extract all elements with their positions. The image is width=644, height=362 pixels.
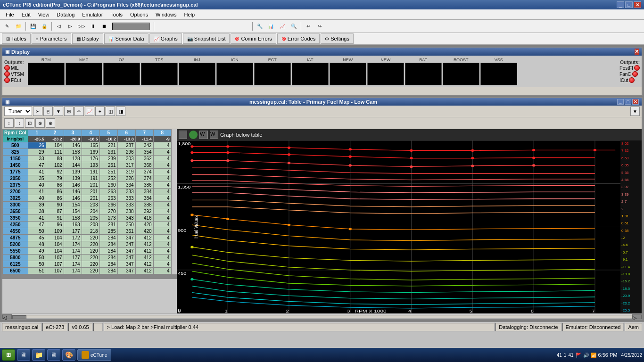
cell[interactable]: 412	[135, 268, 153, 274]
table-row[interactable]: 365038871542042703383924	[3, 208, 172, 215]
cell[interactable]: 48	[28, 241, 46, 248]
cell[interactable]: 420	[135, 228, 153, 235]
cell[interactable]: 347	[117, 268, 135, 274]
cell[interactable]: 284	[99, 255, 117, 261]
scroll-track[interactable]	[12, 315, 632, 319]
cell[interactable]: 79	[46, 175, 64, 182]
table-row[interactable]: 205035791391912523263744	[3, 175, 172, 182]
toolbar-btn-c[interactable]: 📈	[277, 21, 288, 32]
tab-display[interactable]: ▦Display	[72, 33, 103, 44]
cell[interactable]: 104	[46, 241, 64, 248]
cell[interactable]: 203	[82, 202, 99, 208]
toolbar-open[interactable]: 📁	[13, 21, 24, 32]
cell[interactable]: 4	[153, 202, 171, 208]
cell[interactable]: 39	[28, 202, 46, 208]
cell[interactable]: 146	[64, 189, 82, 195]
table-hscrollbar[interactable]: ◁ ▷	[2, 313, 642, 319]
table-tb2-e[interactable]: ⊕	[46, 118, 55, 128]
toolbar-save[interactable]: 💾	[28, 21, 38, 32]
cell[interactable]: 251	[99, 169, 117, 175]
cell[interactable]: 40	[28, 182, 46, 189]
cell[interactable]: 303	[117, 156, 135, 162]
cell[interactable]: 333	[117, 202, 135, 208]
cell[interactable]: 174	[64, 261, 82, 268]
tab-parameters[interactable]: ≡Parameters	[32, 33, 71, 44]
cell[interactable]: 174	[64, 248, 82, 255]
tab-sensor-data[interactable]: 📊Sensor Data	[104, 33, 149, 44]
cell[interactable]: 334	[117, 182, 135, 189]
table-tb2-b[interactable]: ↕	[15, 118, 24, 128]
cell[interactable]: 158	[64, 215, 82, 222]
table-row[interactable]: 115033881281762393033624	[3, 156, 172, 162]
cell[interactable]: 412	[135, 235, 153, 241]
cell[interactable]: 284	[99, 248, 117, 255]
cell[interactable]: 201	[82, 189, 99, 195]
cell[interactable]: 92	[46, 169, 64, 175]
scroll-thumb[interactable]	[12, 315, 26, 319]
cell[interactable]: 384	[135, 189, 153, 195]
cell[interactable]: 35	[28, 175, 46, 182]
cell[interactable]: 177	[64, 228, 82, 235]
table-row[interactable]: 825291111531692312963544	[3, 149, 172, 156]
cell[interactable]: 4	[153, 261, 171, 268]
cell[interactable]: 208	[82, 222, 99, 228]
graph-btn-record[interactable]	[189, 131, 198, 139]
cell[interactable]: 50	[28, 261, 46, 268]
cell[interactable]: 50	[28, 228, 46, 235]
cell[interactable]: 354	[135, 149, 153, 156]
cell[interactable]: 218	[82, 228, 99, 235]
cell[interactable]: 221	[99, 142, 117, 149]
taskbar-btn-3[interactable]: 🖥	[47, 349, 60, 361]
cell[interactable]: 412	[135, 261, 153, 268]
cell[interactable]: 47	[28, 222, 46, 228]
cell[interactable]: 107	[46, 261, 64, 268]
cell[interactable]: 91	[46, 215, 64, 222]
cell[interactable]: 144	[64, 162, 82, 169]
display-close-button[interactable]: ✕	[635, 49, 639, 55]
table-tb-filter[interactable]: ▼	[54, 107, 63, 116]
cell[interactable]: 220	[82, 255, 99, 261]
toolbar-new[interactable]: ✎	[2, 21, 12, 32]
cell[interactable]: 412	[135, 248, 153, 255]
cell[interactable]: 4	[153, 255, 171, 261]
cell[interactable]: 4	[153, 241, 171, 248]
cell[interactable]: 392	[135, 208, 153, 215]
h-scrollbar[interactable]	[2, 274, 177, 279]
cell[interactable]: 4	[153, 156, 171, 162]
cell[interactable]: 4	[153, 268, 171, 274]
table-tb-chart[interactable]: 📈	[85, 107, 94, 116]
menu-windows[interactable]: Windows	[152, 11, 181, 18]
table-minimize-button[interactable]: _	[617, 99, 624, 105]
cell[interactable]: 4	[153, 182, 171, 189]
cell[interactable]: 333	[117, 189, 135, 195]
cell[interactable]: 416	[135, 215, 153, 222]
cell[interactable]: 163	[64, 222, 82, 228]
cell[interactable]: 270	[99, 208, 117, 215]
cell[interactable]: 347	[117, 241, 135, 248]
tab-settings[interactable]: ⚙Settings	[321, 33, 354, 44]
cell[interactable]: 191	[82, 175, 99, 182]
cell[interactable]: 420	[135, 222, 153, 228]
cell[interactable]: 4	[153, 215, 171, 222]
cell[interactable]: 29	[28, 149, 46, 156]
cell[interactable]: 86	[46, 182, 64, 189]
graph-btn-3[interactable]: W	[199, 131, 208, 139]
toolbar-btn-d[interactable]: 🔍	[289, 21, 299, 32]
graph-btn-4[interactable]: W	[210, 131, 218, 139]
cell[interactable]: 388	[135, 202, 153, 208]
tab-tables[interactable]: ⊞Tables	[2, 33, 31, 44]
cell[interactable]: 343	[117, 215, 135, 222]
cell[interactable]: 201	[82, 195, 99, 202]
taskbar-btn-4[interactable]: 🎨	[62, 349, 75, 361]
cell[interactable]: 139	[64, 169, 82, 175]
cell[interactable]: 384	[135, 195, 153, 202]
cell[interactable]: 176	[82, 156, 99, 162]
cell[interactable]: 252	[99, 175, 117, 182]
cell[interactable]: 284	[99, 268, 117, 274]
table-close-button[interactable]: ✕	[632, 99, 639, 105]
table-tb-plus[interactable]: +	[95, 107, 105, 116]
cell[interactable]: 350	[117, 222, 135, 228]
table-row[interactable]: 6125501071742202843474124	[3, 261, 172, 268]
cell[interactable]: 102	[46, 162, 64, 169]
scroll-left-btn[interactable]: ◁	[2, 314, 12, 319]
